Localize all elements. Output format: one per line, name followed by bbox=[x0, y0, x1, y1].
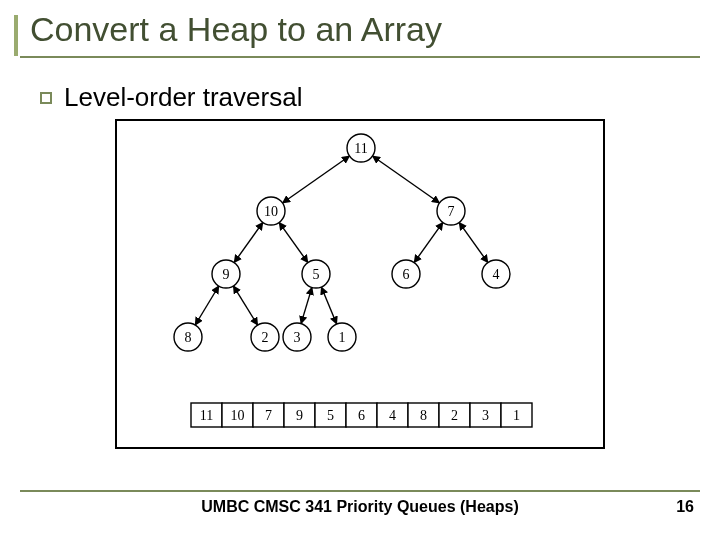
tree-edge bbox=[279, 222, 308, 262]
tree-edge bbox=[459, 222, 488, 262]
bullet-square-icon bbox=[40, 92, 52, 104]
svg-text:6: 6 bbox=[403, 267, 410, 282]
tree-edge bbox=[372, 156, 439, 203]
tree-edge bbox=[233, 286, 257, 325]
svg-text:2: 2 bbox=[451, 408, 458, 423]
svg-text:6: 6 bbox=[358, 408, 365, 423]
svg-text:10: 10 bbox=[231, 408, 245, 423]
svg-text:3: 3 bbox=[294, 330, 301, 345]
footer-rule bbox=[20, 490, 700, 492]
bullet-text: Level-order traversal bbox=[64, 82, 302, 113]
svg-text:9: 9 bbox=[296, 408, 303, 423]
tree-node: 4 bbox=[482, 260, 510, 288]
svg-text:1: 1 bbox=[339, 330, 346, 345]
tree-edge bbox=[195, 286, 219, 325]
svg-text:7: 7 bbox=[448, 204, 455, 219]
svg-text:5: 5 bbox=[327, 408, 334, 423]
tree-node: 7 bbox=[437, 197, 465, 225]
tree-node: 9 bbox=[212, 260, 240, 288]
tree-node: 3 bbox=[283, 323, 311, 351]
svg-text:5: 5 bbox=[313, 267, 320, 282]
tree-edge bbox=[301, 287, 312, 323]
svg-text:9: 9 bbox=[223, 267, 230, 282]
tree-edge bbox=[282, 156, 349, 203]
tree-node: 11 bbox=[347, 134, 375, 162]
svg-text:1: 1 bbox=[513, 408, 520, 423]
svg-text:10: 10 bbox=[264, 204, 278, 219]
title-underline bbox=[20, 56, 700, 58]
svg-text:2: 2 bbox=[262, 330, 269, 345]
svg-text:8: 8 bbox=[185, 330, 192, 345]
heap-svg: 11107956482311110795648231 bbox=[117, 121, 603, 447]
svg-text:4: 4 bbox=[493, 267, 500, 282]
tree-node: 6 bbox=[392, 260, 420, 288]
tree-node: 5 bbox=[302, 260, 330, 288]
svg-text:3: 3 bbox=[482, 408, 489, 423]
svg-text:4: 4 bbox=[389, 408, 396, 423]
svg-text:8: 8 bbox=[420, 408, 427, 423]
tree-edge bbox=[414, 222, 443, 262]
footer-text: UMBC CMSC 341 Priority Queues (Heaps) bbox=[0, 498, 720, 516]
tree-node: 1 bbox=[328, 323, 356, 351]
array-table: 1110795648231 bbox=[191, 403, 532, 427]
tree-node: 2 bbox=[251, 323, 279, 351]
tree-node: 8 bbox=[174, 323, 202, 351]
page-number: 16 bbox=[676, 498, 694, 516]
slide-title: Convert a Heap to an Array bbox=[30, 10, 442, 49]
tree-edge bbox=[234, 222, 263, 262]
svg-text:11: 11 bbox=[354, 141, 367, 156]
svg-text:7: 7 bbox=[265, 408, 272, 423]
heap-diagram: 11107956482311110795648231 bbox=[115, 119, 605, 449]
title-accent-bar bbox=[14, 15, 18, 56]
tree-node: 10 bbox=[257, 197, 285, 225]
tree-edge bbox=[321, 287, 336, 324]
bullet-row: Level-order traversal bbox=[40, 82, 302, 113]
svg-text:11: 11 bbox=[200, 408, 213, 423]
